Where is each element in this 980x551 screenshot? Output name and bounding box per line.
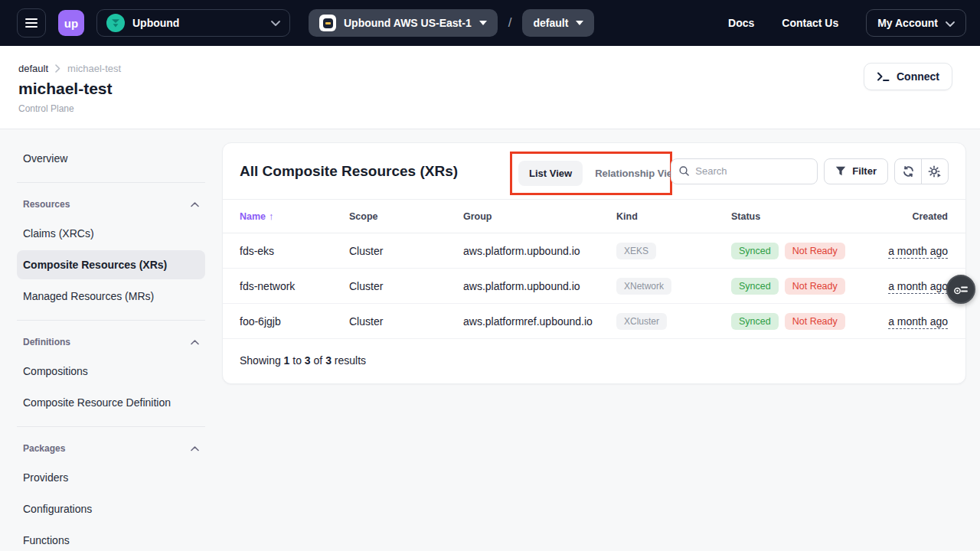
- sidebar-section-label: Packages: [23, 443, 65, 454]
- sidebar-item-claims[interactable]: Claims (XRCs): [17, 219, 205, 248]
- synced-badge: Synced: [731, 243, 779, 259]
- contact-us-link[interactable]: Contact Us: [782, 17, 838, 29]
- terminal-icon: [877, 71, 890, 82]
- refresh-icon: [902, 165, 915, 178]
- hamburger-menu-button[interactable]: [17, 8, 46, 37]
- changelog-widget-button[interactable]: [946, 275, 975, 304]
- column-header-group[interactable]: Group: [463, 211, 616, 222]
- search-icon: [679, 165, 689, 177]
- cell-scope: Cluster: [349, 315, 463, 328]
- list-view-tab[interactable]: List View: [518, 161, 583, 186]
- sidebar-divider: [17, 182, 205, 183]
- org-selector[interactable]: Upbound: [96, 9, 290, 37]
- cell-created: a month ago: [856, 245, 948, 257]
- control-plane-icon: [319, 15, 336, 31]
- sidebar-item-managed-resources[interactable]: Managed Resources (MRs): [17, 282, 205, 311]
- sidebar-item-overview[interactable]: Overview: [17, 144, 205, 173]
- created-tooltip-link[interactable]: a month ago: [888, 315, 948, 329]
- refresh-button[interactable]: [895, 159, 921, 184]
- changelog-icon: [953, 283, 969, 295]
- search-box[interactable]: [671, 158, 818, 184]
- chevron-up-icon: [191, 202, 199, 207]
- kind-badge: XCluster: [616, 313, 667, 330]
- table-row[interactable]: fds-eks Cluster aws.platform.upbound.io …: [223, 233, 965, 269]
- sidebar-section-resources[interactable]: Resources: [17, 192, 205, 217]
- control-plane-selector[interactable]: Upbound AWS US-East-1: [309, 9, 498, 37]
- docs-link[interactable]: Docs: [728, 17, 754, 29]
- chevron-up-icon: [191, 340, 199, 345]
- table-row[interactable]: fds-network Cluster aws.platform.upbound…: [223, 269, 965, 304]
- cell-created: a month ago: [856, 280, 948, 292]
- cell-name[interactable]: foo-6jgjb: [240, 315, 349, 328]
- auto-refresh-settings-button[interactable]: [922, 159, 948, 184]
- red-annotation-box: List View Relationship View: [510, 152, 672, 195]
- org-avatar-icon: [106, 14, 125, 32]
- my-account-button[interactable]: My Account: [866, 9, 966, 37]
- synced-badge: Synced: [731, 313, 779, 330]
- card-title: All Composite Resources (XRs): [240, 163, 458, 180]
- sidebar-item-composite-resources[interactable]: Composite Resources (XRs): [17, 250, 205, 279]
- created-tooltip-link[interactable]: a month ago: [888, 280, 948, 294]
- sidebar: Overview Resources Claims (XRCs) Composi…: [0, 129, 222, 551]
- sort-ascending-icon: ↑: [269, 211, 273, 222]
- group-selector[interactable]: default: [522, 9, 594, 37]
- created-tooltip-link[interactable]: a month ago: [888, 245, 948, 259]
- cell-kind: XEKS: [616, 243, 731, 259]
- kind-badge: XNetwork: [616, 278, 671, 295]
- caret-down-icon: [479, 21, 487, 25]
- sidebar-section-label: Resources: [23, 199, 70, 210]
- not-ready-badge: Not Ready: [785, 313, 845, 330]
- sidebar-section-label: Definitions: [23, 337, 70, 347]
- connect-button[interactable]: Connect: [864, 63, 952, 90]
- table-row[interactable]: foo-6jgjb Cluster aws.platformref.upboun…: [223, 304, 965, 339]
- page-subtitle: Control Plane: [18, 103, 980, 114]
- sidebar-item-composite-resource-definition[interactable]: Composite Resource Definition: [17, 388, 205, 417]
- breadcrumb-separator: /: [508, 15, 512, 31]
- hamburger-menu-icon: [25, 18, 38, 20]
- breadcrumb-chevron-icon: [55, 64, 60, 73]
- cell-name[interactable]: fds-network: [240, 280, 349, 292]
- topbar: up Upbound Upbound AWS US-East-1 / defau…: [0, 0, 980, 46]
- chevron-up-icon: [191, 446, 199, 452]
- cell-status: Synced Not Ready: [731, 313, 856, 330]
- upbound-logo[interactable]: up: [58, 10, 84, 36]
- sidebar-section-definitions[interactable]: Definitions: [17, 330, 205, 354]
- table-header-row: Name ↑ Scope Group Kind Status Created: [223, 200, 965, 233]
- cell-status: Synced Not Ready: [731, 243, 856, 259]
- sidebar-item-providers[interactable]: Providers: [17, 463, 205, 492]
- sidebar-section-packages[interactable]: Packages: [17, 436, 205, 461]
- sidebar-item-functions[interactable]: Functions: [17, 526, 205, 551]
- page-header: default michael-test michael-test Contro…: [0, 46, 980, 129]
- filter-icon: [835, 166, 846, 176]
- breadcrumb-item-current: michael-test: [67, 63, 121, 74]
- sidebar-item-compositions[interactable]: Compositions: [17, 357, 205, 386]
- sidebar-divider: [17, 320, 205, 321]
- kind-badge: XEKS: [616, 243, 656, 259]
- sidebar-divider: [17, 426, 205, 427]
- cell-group: aws.platform.upbound.io: [463, 245, 616, 257]
- search-input[interactable]: [695, 165, 809, 177]
- column-header-scope[interactable]: Scope: [349, 211, 463, 222]
- column-header-kind[interactable]: Kind: [616, 211, 731, 222]
- cell-status: Synced Not Ready: [731, 278, 856, 295]
- org-selector-label: Upbound: [132, 17, 179, 29]
- filter-button[interactable]: Filter: [824, 158, 888, 184]
- column-header-created[interactable]: Created: [856, 211, 948, 222]
- chevron-down-icon: [271, 21, 280, 26]
- column-header-name[interactable]: Name ↑: [240, 211, 349, 222]
- cell-name[interactable]: fds-eks: [240, 245, 349, 257]
- group-selector-label: default: [533, 17, 568, 29]
- results-summary: Showing 1 to 3 of 3 results: [223, 339, 965, 382]
- connect-label: Connect: [897, 70, 939, 83]
- cell-kind: XCluster: [616, 313, 731, 330]
- cell-group: aws.platformref.upbound.io: [463, 315, 616, 328]
- sidebar-item-configurations[interactable]: Configurations: [17, 494, 205, 523]
- card-header: All Composite Resources (XRs) List View …: [223, 143, 965, 200]
- breadcrumb-item-default[interactable]: default: [18, 63, 48, 74]
- not-ready-badge: Not Ready: [785, 243, 845, 259]
- cell-kind: XNetwork: [616, 278, 731, 295]
- main-content: All Composite Resources (XRs) List View …: [222, 129, 980, 551]
- cell-group: aws.platform.upbound.io: [463, 280, 616, 292]
- my-account-label: My Account: [877, 17, 938, 29]
- column-header-status[interactable]: Status: [731, 211, 856, 222]
